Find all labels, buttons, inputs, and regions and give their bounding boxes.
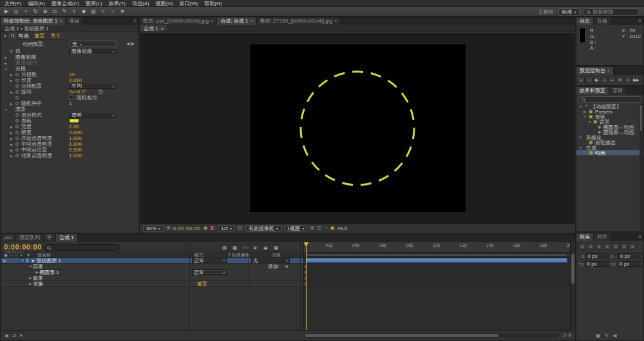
timeline-view-icon[interactable]: ▤ <box>220 244 229 251</box>
playback-button[interactable]: › <box>601 77 608 83</box>
pixel-aspect-icon[interactable]: ⊞ <box>310 225 314 231</box>
exposure-value[interactable]: +0.0 <box>337 226 347 231</box>
gutter-icon[interactable]: ♪ <box>10 253 13 258</box>
checkbox[interactable] <box>69 95 73 100</box>
stopwatch-icon[interactable] <box>15 131 19 134</box>
expander-icon[interactable]: ▼ <box>579 135 582 139</box>
tool-icon[interactable]: ↻ <box>31 8 40 15</box>
view-layout-dropdown[interactable]: 1视图 <box>284 225 307 231</box>
viewer-timecode[interactable]: 0:00:00:00 <box>173 226 201 231</box>
group-name[interactable]: 椭圆形 1 <box>39 269 59 275</box>
tree-item[interactable]: ▼ ▣ 形状 <box>576 114 643 119</box>
tool-icon[interactable]: ⊞ <box>41 8 50 15</box>
tool-icon[interactable]: ◎ <box>12 8 21 15</box>
indent-input[interactable]: 0 px <box>585 261 609 267</box>
group-name[interactable]: 效果 <box>33 275 43 281</box>
menu-item[interactable]: 图像合成(C) <box>48 0 82 7</box>
stopwatch-icon[interactable] <box>15 119 19 122</box>
column-divider[interactable] <box>249 242 249 330</box>
blend-mode-dropdown[interactable]: 正常 <box>192 258 227 263</box>
playback-button[interactable]: » <box>609 77 616 83</box>
snapshot-icon[interactable]: ◉ <box>204 225 208 231</box>
expander-icon[interactable]: ▶ <box>10 131 15 135</box>
stopwatch-icon[interactable] <box>15 125 19 128</box>
stopwatch-icon[interactable] <box>15 73 19 76</box>
layer-row-shape-layer[interactable]: ◉ 1 ★ 形状图层 1 正常 无 <box>1 258 303 264</box>
effect-name[interactable]: 勾画 <box>18 32 28 39</box>
color-swatch[interactable] <box>69 119 79 123</box>
tab-preview[interactable]: 预览控制台 × <box>576 67 614 75</box>
tool-icon[interactable]: ▶ <box>2 8 11 15</box>
tab-paragraph[interactable]: 段落 <box>576 233 594 241</box>
viewer-tab[interactable]: 合成: 合成 1 × <box>217 17 256 25</box>
col-parent[interactable]: 父级 <box>272 253 281 258</box>
about-link[interactable]: 关于.. <box>50 32 63 39</box>
current-time-indicator[interactable] <box>306 242 307 330</box>
rotation-dial-icon[interactable] <box>99 90 103 94</box>
tool-icon[interactable]: ★ <box>118 8 127 15</box>
menu-item[interactable]: 帮助(H) <box>201 0 225 7</box>
effect-property-row[interactable]: ▶ 旋转 0x+0.0° 0x+0.0° 0x+0.0° <box>1 89 138 95</box>
tool-icon[interactable]: ✎ <box>60 8 69 15</box>
close-icon[interactable]: × <box>59 17 62 25</box>
align-button[interactable]: ≡ <box>587 243 594 250</box>
tool-icon[interactable]: T <box>70 8 79 15</box>
effects-scrollbar[interactable] <box>639 104 643 230</box>
workspace-dropdown[interactable]: 标准 <box>558 8 580 15</box>
stopwatch-icon[interactable] <box>15 113 19 117</box>
property-value[interactable]: 0.500 <box>69 147 82 153</box>
expander-icon[interactable]: ▼ <box>579 104 582 108</box>
property-value[interactable]: 0.000 <box>69 130 82 135</box>
expander-icon[interactable]: ▼ <box>588 120 591 124</box>
playback-button[interactable]: ‹ <box>585 77 592 83</box>
close-icon[interactable]: × <box>607 67 610 75</box>
dock-icon-b[interactable]: ✎ <box>605 333 609 338</box>
stopwatch-icon[interactable] <box>15 84 19 88</box>
expander-icon[interactable]: ▶ <box>5 55 10 59</box>
tab-info[interactable]: 信息 <box>576 17 594 25</box>
tab-project[interactable]: 项目 <box>66 17 83 25</box>
timeline-toggle-icon[interactable]: ◉ <box>5 333 9 338</box>
add-menu-icon[interactable]: ◀ <box>285 264 288 269</box>
playback-button[interactable]: ▶ <box>593 77 600 83</box>
stopwatch-icon[interactable] <box>15 90 19 93</box>
menu-item[interactable]: 编辑(E) <box>24 0 48 7</box>
fast-preview-icon[interactable]: ◫ <box>317 225 322 231</box>
timeline-tab[interactable]: 渲染队列 <box>16 234 44 242</box>
close-icon[interactable]: × <box>211 17 213 25</box>
menu-item[interactable]: 动画(A) <box>129 0 153 7</box>
expander-icon[interactable]: ▶ <box>10 137 15 141</box>
expander-icon[interactable]: ▶ <box>583 110 587 113</box>
menu-item[interactable]: 效果(T) <box>106 0 129 7</box>
close-icon[interactable]: × <box>251 17 253 25</box>
gutter-icon[interactable]: ▪ <box>21 253 22 258</box>
group-row-transform[interactable]: ▶ 变换 重置 <box>1 281 303 287</box>
timeline-tab[interactable]: psd <box>1 234 16 242</box>
fx-badge-icon[interactable]: fx <box>9 33 16 39</box>
expander-icon[interactable]: ▼ <box>5 67 10 71</box>
work-area-handle[interactable] <box>305 253 567 257</box>
tree-item[interactable]: ▶ ▣ Presets <box>576 109 643 114</box>
align-button[interactable]: ≡ <box>595 243 603 250</box>
dock-icon-a[interactable]: ▣ <box>596 333 601 338</box>
comp-tab[interactable]: 合成 1 × <box>140 25 168 32</box>
property-value[interactable]: 1 <box>69 101 71 106</box>
layer-color-chip[interactable] <box>20 258 24 263</box>
property-value[interactable]: 1.000 <box>69 153 82 159</box>
expander-icon[interactable]: ▶ <box>28 275 33 281</box>
indent-input[interactable]: 0 px <box>618 261 641 267</box>
align-button[interactable]: ≡ <box>629 243 636 250</box>
close-icon[interactable]: × <box>334 17 337 25</box>
menu-item[interactable]: 窗口(W) <box>176 0 201 7</box>
tool-icon[interactable]: ▨ <box>89 8 98 15</box>
timeline-tab[interactable]: 合成 1 <box>56 234 78 242</box>
expander-icon[interactable]: ▼ <box>3 34 7 38</box>
effect-property-row[interactable]: ▶ 结束点透明度 1.000 1.000 1.000 <box>1 153 138 159</box>
eye-icon[interactable]: ◉ <box>1 258 7 264</box>
viewer-tab[interactable]: 素材: ZT150_[00000-00146].jpg × <box>257 17 341 25</box>
expander-icon[interactable]: ▶ <box>10 102 15 106</box>
menu-item[interactable]: 视图(V) <box>153 0 176 7</box>
timeline-zoom-control[interactable]: ⊖ ⊕ <box>563 333 572 338</box>
column-divider[interactable] <box>189 242 190 330</box>
expander-icon[interactable]: ▶ <box>10 142 15 146</box>
